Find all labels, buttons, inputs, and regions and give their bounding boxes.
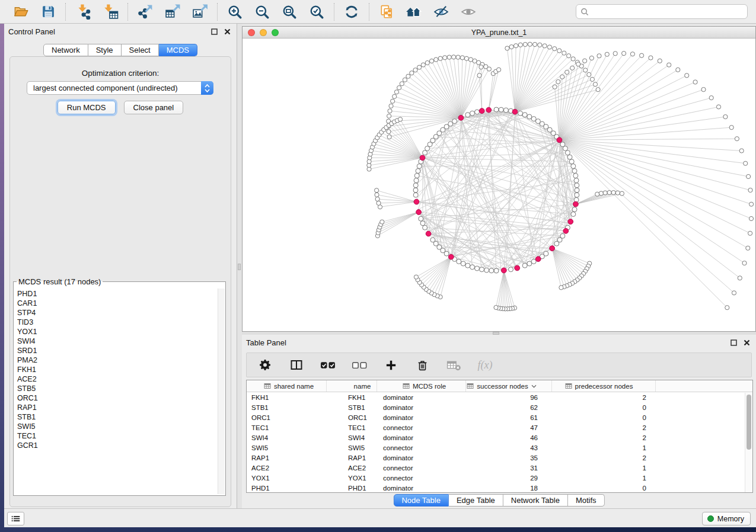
table-cell[interactable]: 62 (466, 404, 552, 411)
save-session-icon[interactable] (39, 3, 57, 21)
window-minimize-icon[interactable] (260, 29, 267, 36)
table-row[interactable]: STB1STB1dominator620 (247, 402, 752, 412)
table-cell[interactable]: PHD1 (247, 485, 327, 492)
network-canvas[interactable] (243, 39, 755, 331)
hide-selected-icon[interactable] (432, 3, 450, 21)
table-cell[interactable]: 1 (552, 475, 656, 482)
search-box[interactable] (576, 4, 748, 19)
table-cell[interactable]: 2 (552, 454, 656, 462)
mcds-node-item[interactable]: TID3 (17, 318, 217, 327)
mcds-node-item[interactable]: SWI4 (17, 336, 217, 346)
panel-list-icon[interactable] (7, 512, 24, 525)
float-panel-icon[interactable] (209, 27, 219, 36)
table-scrollbar-thumb[interactable] (747, 395, 751, 450)
mcds-node-item[interactable]: GCR1 (17, 441, 217, 450)
export-network-icon[interactable] (136, 3, 154, 21)
table-row[interactable]: FKH1FKH1dominator962 (247, 392, 752, 402)
table-cell[interactable]: SWI4 (327, 434, 377, 441)
table-cell[interactable]: 2 (552, 424, 656, 431)
tab-select[interactable]: Select (122, 44, 159, 56)
open-file-icon[interactable] (12, 3, 30, 21)
network-window-titlebar[interactable]: YPA_prune.txt_1 (243, 27, 755, 39)
table-cell[interactable]: ORC1 (327, 414, 377, 421)
table-cell[interactable]: 0 (552, 404, 656, 411)
close-panel-button[interactable]: Close panel (124, 101, 184, 114)
table-close-panel-icon[interactable] (742, 338, 751, 347)
import-network-icon[interactable] (74, 3, 92, 21)
zoom-out-icon[interactable] (253, 3, 271, 21)
table-cell[interactable]: STB1 (247, 404, 327, 411)
delete-column-icon[interactable] (413, 356, 431, 374)
close-panel-icon[interactable] (222, 27, 232, 36)
select-all-icon[interactable] (319, 356, 337, 374)
table-cell[interactable]: ORC1 (247, 414, 327, 421)
table-cell[interactable]: STB1 (327, 404, 377, 411)
tab-node-table[interactable]: Node Table (393, 494, 449, 507)
deselect-all-icon[interactable] (350, 356, 368, 374)
zoom-fit-icon[interactable] (280, 3, 298, 21)
tab-network[interactable]: Network (43, 44, 88, 56)
table-cell[interactable]: RAP1 (327, 454, 377, 462)
table-cell[interactable]: 18 (466, 485, 552, 492)
table-cell[interactable]: 0 (552, 414, 656, 421)
column-header-shared-name[interactable]: shared name (247, 380, 327, 392)
table-cell[interactable]: dominator (377, 414, 466, 421)
tab-edge-table[interactable]: Edge Table (449, 494, 503, 507)
table-cell[interactable]: ACE2 (247, 464, 327, 472)
table-cell[interactable]: 0 (552, 485, 656, 492)
table-settings-icon[interactable] (256, 356, 274, 374)
table-cell[interactable]: 35 (466, 454, 552, 462)
table-cell[interactable]: connector (377, 444, 466, 451)
table-row[interactable]: SWI5SWI5connector431 (247, 443, 752, 453)
split-panel-icon[interactable] (288, 356, 305, 374)
table-cell[interactable]: 61 (466, 414, 552, 421)
window-close-icon[interactable] (248, 29, 255, 36)
add-column-icon[interactable] (382, 356, 400, 374)
mcds-node-item[interactable]: STB1 (17, 412, 217, 422)
mcds-node-item[interactable]: STB5 (17, 384, 217, 393)
table-row[interactable]: TEC1TEC1connector472 (247, 422, 752, 432)
table-cell[interactable]: 2 (552, 434, 656, 441)
table-cell[interactable]: TEC1 (327, 424, 377, 431)
clone-network-icon[interactable] (378, 3, 395, 21)
table-cell[interactable]: dominator (377, 404, 466, 411)
table-cell[interactable]: FKH1 (327, 394, 377, 401)
table-cell[interactable]: SWI4 (247, 434, 327, 441)
refresh-icon[interactable] (343, 3, 361, 21)
mcds-node-item[interactable]: ACE2 (17, 374, 217, 384)
table-cell[interactable]: FKH1 (247, 394, 327, 401)
table-cell[interactable]: connector (377, 464, 466, 472)
mcds-node-item[interactable]: SWI5 (17, 422, 217, 431)
table-cell[interactable]: connector (377, 424, 466, 431)
column-header-name[interactable]: name (327, 380, 377, 392)
table-cell[interactable]: SWI5 (247, 444, 327, 451)
tab-network-table[interactable]: Network Table (503, 494, 568, 507)
tab-motifs[interactable]: Motifs (568, 494, 605, 507)
window-maximize-icon[interactable] (272, 29, 279, 36)
mcds-node-item[interactable]: TEC1 (17, 431, 217, 441)
table-cell[interactable]: 1 (552, 444, 656, 451)
export-image-icon[interactable] (191, 3, 209, 21)
table-cell[interactable]: 96 (466, 394, 552, 401)
table-row[interactable]: SWI4SWI4dominator462 (247, 432, 752, 443)
table-cell[interactable]: 46 (466, 434, 552, 441)
table-row[interactable]: PHD1PHD1dominator180 (247, 483, 752, 493)
table-row[interactable]: ORC1ORC1dominator610 (247, 412, 752, 422)
table-cell[interactable]: dominator (377, 454, 466, 462)
table-cell[interactable]: 2 (552, 394, 656, 401)
table-cell[interactable]: 31 (466, 464, 552, 472)
table-cell[interactable]: RAP1 (247, 454, 327, 462)
table-float-panel-icon[interactable] (729, 338, 738, 347)
table-cell[interactable]: YOX1 (327, 475, 377, 482)
memory-button[interactable]: Memory (702, 512, 751, 525)
run-mcds-button[interactable]: Run MCDS (58, 101, 116, 114)
table-cell[interactable]: SWI5 (327, 444, 377, 451)
export-table-icon[interactable] (164, 3, 181, 21)
table-cell[interactable]: YOX1 (247, 475, 327, 482)
table-cell[interactable]: PHD1 (327, 485, 377, 492)
table-row[interactable]: RAP1RAP1dominator352 (247, 453, 752, 463)
mcds-node-item[interactable]: RAP1 (17, 403, 217, 412)
column-header-predecessor-nodes[interactable]: predecessor nodes (552, 380, 656, 392)
mcds-node-item[interactable]: PHD1 (17, 289, 217, 299)
zoom-selected-icon[interactable] (308, 3, 326, 21)
